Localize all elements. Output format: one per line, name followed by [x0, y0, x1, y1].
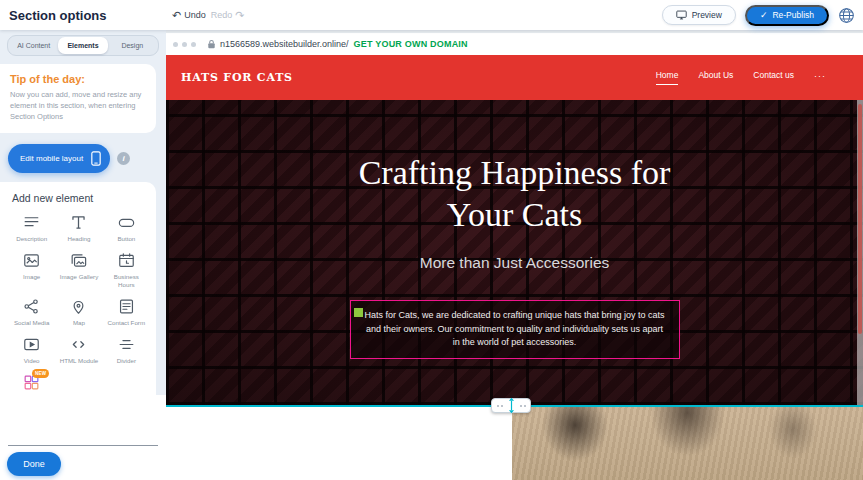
image-gallery-icon: [69, 251, 88, 270]
preview-scrollbar[interactable]: [857, 100, 863, 405]
new-badge: NEW: [32, 369, 49, 378]
topbar: Section options ↶ Undo Redo ↷ Preview ✓ …: [0, 0, 863, 30]
text-element-handle[interactable]: [354, 308, 363, 317]
hero-title-line2: Your Cats: [166, 194, 863, 236]
redo-icon: ↷: [235, 10, 244, 21]
globe-language-icon[interactable]: [838, 7, 855, 24]
share-icon: [22, 297, 41, 316]
element-contact-form[interactable]: Contact Form: [103, 297, 150, 327]
undo-label: Undo: [184, 10, 206, 20]
workspace: n1566589.websitebuilder.online/ GET YOUR…: [166, 30, 863, 480]
handle-dots: [497, 405, 503, 407]
hero-paragraph: Hats for Cats, we are dedicated to craft…: [364, 310, 664, 347]
element-label: Description: [16, 235, 47, 243]
selected-text-element[interactable]: Hats for Cats, we are dedicated to craft…: [350, 300, 680, 359]
tip-title: Tip of the day:: [10, 73, 144, 85]
browser-dot: [182, 42, 187, 47]
element-video[interactable]: Video: [8, 335, 55, 365]
nav-home[interactable]: Home: [656, 70, 679, 85]
tip-body: Now you can add, move and resize any ele…: [10, 90, 144, 123]
add-element-title: Add new element: [12, 192, 150, 204]
hero-title-line1: Crafting Happiness for: [166, 152, 863, 194]
element-grid: Description Heading Button Image Image G…: [8, 213, 150, 411]
nav-more-icon[interactable]: ···: [814, 71, 826, 85]
element-label: Business Hours: [105, 273, 147, 289]
footer-divider: [8, 445, 158, 446]
browser-dot: [191, 42, 196, 47]
undo-icon: ↶: [172, 10, 181, 21]
nav-about-us[interactable]: About Us: [698, 70, 733, 85]
tab-design[interactable]: Design: [108, 37, 157, 54]
sidebar-footer: Done: [0, 395, 166, 480]
image-icon: [22, 251, 41, 270]
republish-label: Re-Publish: [772, 10, 814, 20]
check-icon: ✓: [760, 10, 768, 20]
hero-title[interactable]: Crafting Happiness for Your Cats: [166, 100, 863, 236]
element-label: Heading: [67, 235, 90, 243]
text-lines-icon: [22, 213, 41, 232]
heading-icon: [69, 213, 88, 232]
lock-icon: [207, 39, 216, 49]
next-section-image[interactable]: [512, 407, 863, 480]
hero-section[interactable]: Crafting Happiness for Your Cats More th…: [166, 100, 863, 405]
element-button[interactable]: Button: [103, 213, 150, 243]
tip-of-the-day-card: Tip of the day: Now you can add, move an…: [0, 64, 156, 133]
browser-dot: [173, 42, 178, 47]
topbar-actions: Preview ✓ Re-Publish: [662, 5, 855, 26]
element-business-hours[interactable]: Business Hours: [103, 251, 150, 289]
resize-vertical-icon: [507, 397, 516, 414]
sidebar: AI Content Elements Design Tip of the da…: [0, 30, 166, 480]
edit-mobile-layout-button[interactable]: Edit mobile layout: [8, 144, 110, 173]
site-logo[interactable]: HATS FOR CATS: [181, 71, 293, 84]
history-controls: ↶ Undo Redo ↷: [172, 0, 244, 30]
preview-label: Preview: [692, 10, 722, 20]
element-image-gallery[interactable]: Image Gallery: [55, 251, 102, 289]
element-label: Image: [23, 273, 40, 281]
element-map[interactable]: Map: [55, 297, 102, 327]
app-window: Section options ↶ Undo Redo ↷ Preview ✓ …: [0, 0, 863, 480]
element-label: Video: [24, 357, 40, 365]
done-button[interactable]: Done: [7, 452, 61, 476]
section-resize-handle[interactable]: [491, 398, 531, 413]
element-label: Divider: [117, 357, 136, 365]
element-social-media[interactable]: Social Media: [8, 297, 55, 327]
get-domain-link[interactable]: GET YOUR OWN DOMAIN: [354, 39, 468, 49]
scrollbar-thumb[interactable]: [858, 104, 862, 334]
element-image[interactable]: Image: [8, 251, 55, 289]
element-divider[interactable]: Divider: [103, 335, 150, 365]
element-label: Button: [117, 235, 135, 243]
next-section-area: [166, 407, 863, 480]
element-label: Image Gallery: [60, 273, 99, 281]
site-header: HATS FOR CATS Home About Us Contact us ·…: [166, 55, 863, 100]
element-description[interactable]: Description: [8, 213, 55, 243]
site-nav: Home About Us Contact us ···: [656, 70, 826, 85]
nav-contact-us[interactable]: Contact us: [753, 70, 794, 85]
element-heading[interactable]: Heading: [55, 213, 102, 243]
info-icon[interactable]: i: [117, 152, 130, 165]
element-html-module[interactable]: HTML Module: [55, 335, 102, 365]
element-label: Contact Form: [108, 319, 145, 327]
redo-label: Redo: [211, 10, 233, 20]
tab-ai-content[interactable]: AI Content: [9, 37, 58, 54]
preview-button[interactable]: Preview: [662, 5, 736, 25]
sidebar-tabs: AI Content Elements Design: [7, 35, 159, 56]
element-label: Social Media: [14, 319, 49, 327]
button-icon: [117, 213, 136, 232]
code-icon: [69, 335, 88, 354]
hero-subtitle[interactable]: More than Just Accessories: [166, 254, 863, 272]
element-label: HTML Module: [60, 357, 99, 365]
map-pin-icon: [69, 297, 88, 316]
add-element-panel: Add new element Description Heading Butt…: [0, 182, 156, 421]
element-label: Map: [73, 319, 85, 327]
handle-dots: [520, 405, 526, 407]
undo-button[interactable]: ↶ Undo: [172, 10, 206, 21]
republish-button[interactable]: ✓ Re-Publish: [745, 5, 829, 26]
site-preview: HATS FOR CATS Home About Us Contact us ·…: [166, 55, 863, 405]
tab-elements[interactable]: Elements: [58, 37, 107, 54]
video-play-icon: [22, 335, 41, 354]
redo-button[interactable]: Redo ↷: [211, 10, 245, 21]
browser-chrome-bar: n1566589.websitebuilder.online/ GET YOUR…: [166, 33, 863, 55]
divider-lines-icon: [117, 335, 136, 354]
phone-icon: [91, 151, 101, 166]
monitor-icon: [676, 10, 687, 20]
